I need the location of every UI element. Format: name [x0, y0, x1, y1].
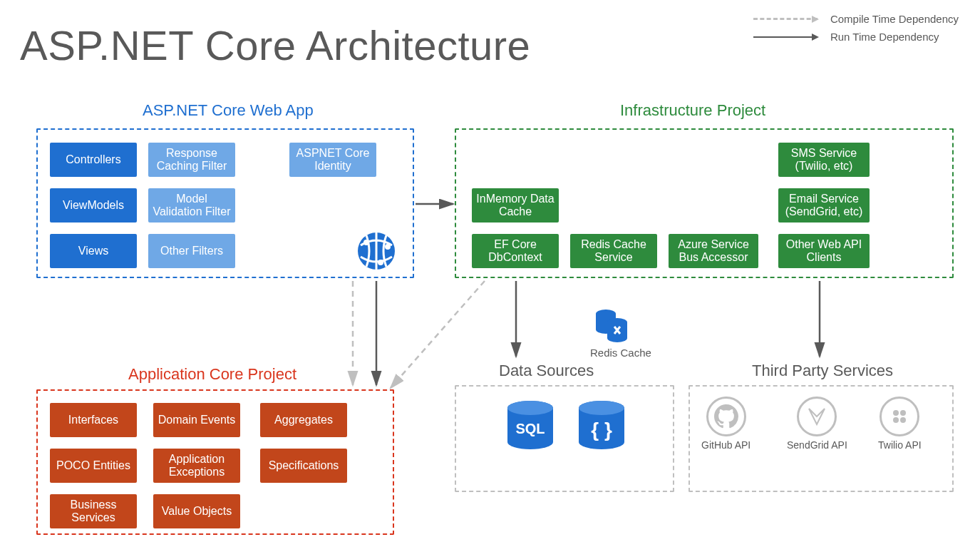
legend-runtime: Run Time Dependency	[753, 31, 959, 43]
svg-point-13	[900, 410, 906, 416]
box-controllers: Controllers	[50, 143, 137, 177]
box-domain-events: Domain Events	[153, 403, 240, 437]
legend: Compile Time Dependency Run Time Depende…	[753, 13, 959, 48]
box-other-web-api-clients: Other Web API Clients	[778, 234, 870, 268]
box-inmemory-data-cache: InMemory Data Cache	[472, 188, 559, 223]
redis-icon	[594, 307, 629, 347]
section-title-core: Application Core Project	[128, 365, 296, 384]
svg-text:{ }: { }	[591, 419, 612, 441]
box-aspnet-core-identity: ASPNET Core Identity	[289, 143, 376, 177]
box-redis-cache-service: Redis Cache Service	[570, 234, 657, 268]
box-response-caching-filter: Response Caching Filter	[148, 143, 235, 177]
box-application-exceptions: Application Exceptions	[153, 449, 240, 483]
panel-data-sources	[455, 385, 674, 492]
label-twilio-api: Twilio API	[878, 439, 922, 451]
svg-line-19	[391, 281, 485, 388]
svg-point-7	[507, 401, 553, 415]
box-specifications: Specifications	[260, 449, 347, 483]
box-viewmodels: ViewModels	[50, 188, 137, 223]
svg-point-15	[900, 417, 906, 423]
globe-icon	[356, 231, 396, 274]
solid-arrow-icon	[753, 36, 817, 38]
dashed-arrow-icon	[753, 18, 817, 20]
svg-point-2	[385, 244, 391, 250]
box-aggregates: Aggregates	[260, 403, 347, 437]
label-redis-cache: Redis Cache	[590, 347, 651, 359]
box-value-objects: Value Objects	[153, 494, 240, 528]
section-title-data-sources: Data Sources	[499, 362, 594, 380]
label-sendgrid-api: SendGrid API	[787, 439, 847, 451]
label-github-api: GitHub API	[701, 439, 751, 451]
svg-text:SQL: SQL	[515, 421, 545, 436]
legend-runtime-label: Run Time Dependency	[830, 31, 939, 43]
sql-database-icon: SQL	[505, 399, 556, 458]
svg-point-12	[893, 410, 899, 416]
sendgrid-icon	[797, 397, 837, 436]
nosql-database-icon: { }	[576, 399, 627, 458]
box-ef-core-dbcontext: EF Core DbContext	[472, 234, 559, 268]
box-model-validation-filter: Model Validation Filter	[148, 188, 235, 223]
box-sms-service: SMS Service (Twilio, etc)	[778, 143, 870, 177]
section-title-infrastructure: Infrastructure Project	[620, 101, 765, 120]
box-azure-service-bus-accessor: Azure Service Bus Accessor	[669, 234, 758, 268]
twilio-icon	[880, 397, 919, 436]
box-interfaces: Interfaces	[50, 403, 137, 437]
box-business-services: Business Services	[50, 494, 137, 528]
sendgrid-api-icon: SendGrid API	[787, 397, 847, 451]
section-title-webapp: ASP.NET Core Web App	[143, 101, 314, 120]
twilio-api-icon: Twilio API	[878, 397, 922, 451]
box-other-filters: Other Filters	[148, 234, 235, 268]
svg-point-14	[893, 417, 899, 423]
box-email-service: Email Service (SendGrid, etc)	[778, 188, 870, 223]
github-api-icon: GitHub API	[701, 397, 751, 451]
github-icon	[706, 397, 746, 436]
box-poco-entities: POCO Entities	[50, 449, 137, 483]
svg-point-3	[378, 260, 383, 265]
svg-point-1	[363, 240, 369, 245]
svg-point-10	[579, 401, 624, 415]
page-title: ASP.NET Core Architecture	[20, 21, 530, 69]
box-views: Views	[50, 234, 137, 268]
legend-compile: Compile Time Dependency	[753, 13, 959, 25]
section-title-third-party: Third Party Services	[752, 362, 893, 380]
legend-compile-label: Compile Time Dependency	[830, 13, 959, 25]
